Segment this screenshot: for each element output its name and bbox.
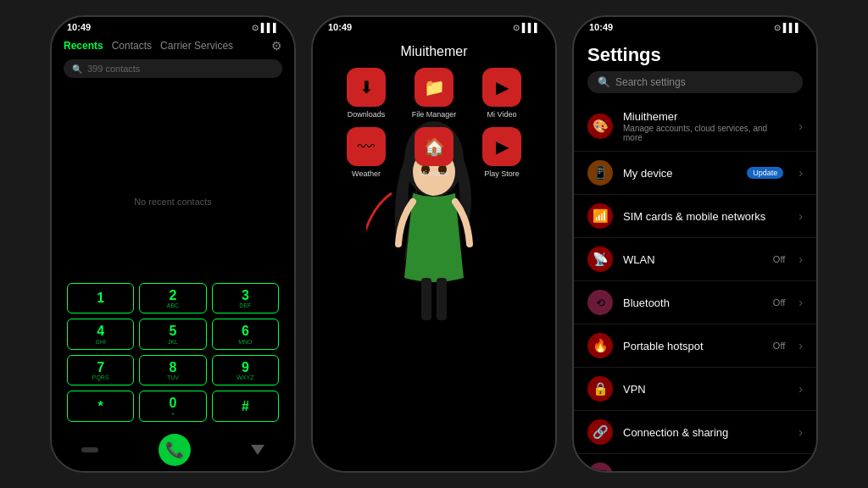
tab-carrier[interactable]: Carrier Services [160,40,233,52]
status-bar-3: 10:49 ⊙ ▌▌▌ [574,17,816,36]
arrow-icon-1: › [798,166,803,180]
gear-icon[interactable]: ⚙ [271,39,282,53]
signal-icon-1: ⊙ [252,23,259,32]
time-1: 10:49 [67,22,91,32]
hotspot-text: Portable hotspot [623,340,763,352]
phone-settings: 10:49 ⊙ ▌▌▌ Settings 🔍 Search settings 🎨… [572,15,818,473]
tab-contacts[interactable]: Contacts [112,40,152,52]
arrow-icon-0: › [798,119,803,133]
mi-home-icon: 🏠 [415,127,453,166]
connection-icon: 🔗 [587,419,613,445]
file-manager-label: File Manager [412,110,457,119]
file-manager-icon: 📁 [415,68,453,107]
settings-miuithemer[interactable]: 🎨 Miuithemer Manage accounts, cloud serv… [574,102,816,152]
app-weather[interactable]: 〰 Weather [337,127,396,178]
sim-icon: 📶 [587,203,613,229]
signal-icon-3: ⊙ [774,23,781,32]
battery-icon-1: ▌▌▌ [261,23,279,32]
bluetooth-icon: ⟲ [587,290,613,315]
arrow-icon-8: › [798,469,803,471]
apps-icon[interactable] [81,447,98,452]
tab-recents[interactable]: Recents [64,40,103,52]
mi-home-label: Mi Home [419,169,449,178]
wlan-title: WLAN [623,253,763,266]
key-4[interactable]: 4GHI [67,319,134,350]
app-play-store[interactable]: ▶ Play Store [472,127,531,178]
sim-text: SIM cards & mobile networks [623,210,788,223]
status-icons-3: ⊙ ▌▌▌ [774,23,801,32]
wallpaper-text: Wallpaper & personalization [623,469,788,472]
app-grid: ⬇ Downloads 📁 File Manager ▶ Mi Video 〰 … [328,68,540,178]
search-settings-placeholder: Search settings [615,76,686,88]
phone-dialer: 10:49 ⊙ ▌▌▌ Recents Contacts Carrier Ser… [50,15,296,473]
miuithemer-icon: 🎨 [587,114,613,139]
svg-rect-4 [421,278,431,320]
settings-wlan[interactable]: 📡 WLAN Off › [574,238,816,281]
call-button[interactable]: 📞 [159,434,191,466]
connection-text: Connection & sharing [623,426,788,439]
time-3: 10:49 [589,22,613,32]
back-icon[interactable] [251,445,264,455]
key-2[interactable]: 2ABC [139,283,206,314]
wallpaper-title: Wallpaper & personalization [623,469,788,472]
keypad: 1 2ABC 3DEF 4GHI 5JKL 6MNO 7PQRS 8TUV 9W… [52,278,294,427]
no-recent-section: 🗂 No recent contacts [52,85,294,278]
bluetooth-title: Bluetooth [623,297,763,309]
settings-bluetooth[interactable]: ⟲ Bluetooth Off › [574,281,816,324]
settings-connection[interactable]: 🔗 Connection & sharing › [574,411,816,454]
battery-icon-3: ▌▌▌ [783,23,801,32]
settings-wallpaper[interactable]: 🖼 Wallpaper & personalization › [574,454,816,471]
settings-title: Settings [574,36,816,71]
arrow-icon-7: › [798,425,803,439]
key-1[interactable]: 1 [67,283,134,314]
arrow-icon-5: › [798,339,803,352]
arrow-icon-3: › [798,252,803,266]
vpn-icon: 🔒 [587,376,613,402]
downloads-label: Downloads [348,110,386,119]
dialer-top: Recents Contacts Carrier Services ⚙ 🔍 39… [52,36,294,85]
search-icon-settings: 🔍 [598,76,610,88]
status-bar-1: 10:49 ⊙ ▌▌▌ [52,17,294,36]
my-device-title: My device [623,167,737,180]
weather-label: Weather [352,169,381,178]
wlan-icon: 📡 [587,247,613,272]
key-9[interactable]: 9WXYZ [212,355,279,386]
key-5[interactable]: 5JKL [139,319,206,350]
weather-icon: 〰 [347,127,386,166]
app-file-manager[interactable]: 📁 File Manager [404,68,464,119]
sim-title: SIM cards & mobile networks [623,210,788,223]
dialer-screen: Recents Contacts Carrier Services ⚙ 🔍 39… [52,36,294,471]
my-device-text: My device [623,167,737,180]
app-downloads[interactable]: ⬇ Downloads [337,68,396,119]
key-7[interactable]: 7PQRS [67,355,134,386]
downloads-icon: ⬇ [347,68,386,107]
key-3[interactable]: 3DEF [212,283,279,314]
app-mi-video[interactable]: ▶ Mi Video [472,68,531,119]
wlan-off: Off [773,254,785,264]
vpn-text: VPN [623,383,788,396]
contacts-search-bar[interactable]: 🔍 399 contacts [64,59,282,78]
miuithemer-title: Miuithemer [623,110,788,123]
key-6[interactable]: 6MNO [212,319,279,350]
settings-vpn[interactable]: 🔒 VPN › [574,368,816,411]
key-star[interactable]: * [67,391,134,422]
app-mi-home[interactable]: 🏠 Mi Home [404,127,464,178]
status-icons-1: ⊙ ▌▌▌ [252,23,279,32]
settings-screen: Settings 🔍 Search settings 🎨 Miuithemer … [574,36,816,471]
settings-sim[interactable]: 📶 SIM cards & mobile networks › [574,195,816,238]
miuithemer-sub: Manage accounts, cloud services, and mor… [623,124,788,142]
play-store-label: Play Store [484,169,520,178]
settings-hotspot[interactable]: 🔥 Portable hotspot Off › [574,324,816,368]
key-8[interactable]: 8TUV [139,355,206,386]
key-0[interactable]: 0+ [139,391,206,422]
bottom-nav-1: 📞 [52,427,294,471]
update-badge: Update [747,167,783,179]
settings-search-bar[interactable]: 🔍 Search settings [587,71,803,93]
key-hash[interactable]: # [212,391,279,422]
arrow-icon-2: › [798,209,803,223]
settings-my-device[interactable]: 📱 My device Update › [574,152,816,195]
svg-rect-5 [437,278,447,320]
contact-cards-icon: 🗂 [161,164,185,191]
arrow-icon-4: › [798,296,803,309]
no-recent-text: No recent contacts [134,197,212,207]
